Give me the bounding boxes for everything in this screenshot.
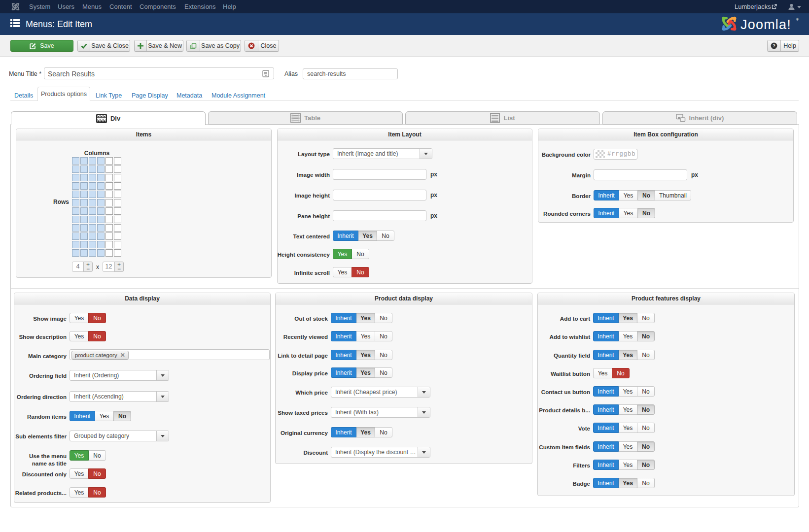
svg-text:?: ?: [773, 43, 775, 48]
